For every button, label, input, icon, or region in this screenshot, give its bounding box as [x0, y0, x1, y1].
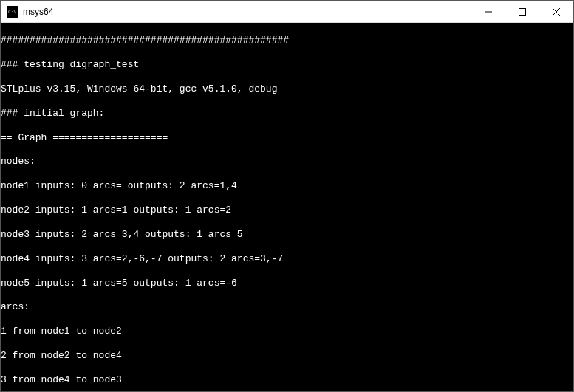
- terminal-line: 2 from node2 to node4: [1, 350, 573, 362]
- terminal-line: node4 inputs: 3 arcs=2,-6,-7 outputs: 2 …: [1, 253, 573, 265]
- svg-text:C:\: C:\: [8, 9, 16, 14]
- terminal-line: node2 inputs: 1 arcs=1 outputs: 1 arcs=2: [1, 204, 573, 216]
- terminal-line: 3 from node4 to node3: [1, 374, 573, 386]
- window-controls: [471, 1, 573, 22]
- terminal-line: arcs:: [1, 301, 573, 313]
- terminal-line: node1 inputs: 0 arcs= outputs: 2 arcs=1,…: [1, 180, 573, 192]
- terminal-line: 1 from node1 to node2: [1, 326, 573, 337]
- terminal-line: node5 inputs: 1 arcs=5 outputs: 1 arcs=-…: [1, 278, 573, 289]
- window-title: msys64: [23, 7, 471, 17]
- terminal-line: ### testing digraph_test: [1, 59, 573, 71]
- terminal-line: ########################################…: [1, 35, 573, 47]
- terminal-line: nodes:: [1, 156, 573, 168]
- minimize-button[interactable]: [471, 1, 505, 22]
- terminal-line: STLplus v3.15, Windows 64-bit, gcc v5.1.…: [1, 83, 573, 95]
- terminal-line: == Graph ====================: [1, 132, 573, 144]
- terminal-icon: C:\: [7, 6, 18, 18]
- terminal-line: ### initial graph:: [1, 108, 573, 120]
- close-button[interactable]: [539, 1, 573, 22]
- terminal-output[interactable]: ########################################…: [1, 23, 573, 391]
- maximize-button[interactable]: [505, 1, 539, 22]
- svg-rect-3: [519, 8, 526, 15]
- titlebar: C:\ msys64: [1, 1, 573, 23]
- terminal-line: node3 inputs: 2 arcs=3,4 outputs: 1 arcs…: [1, 229, 573, 241]
